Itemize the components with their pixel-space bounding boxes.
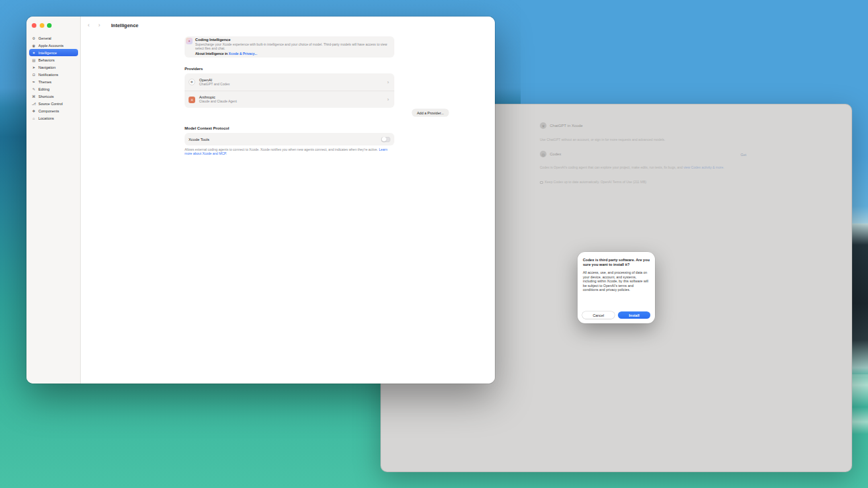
dialog-title: Codex is third party software. Are you s…: [583, 258, 650, 267]
coding-intelligence-description: Supercharge your Xcode experience with b…: [195, 43, 390, 51]
sidebar-item-behaviors[interactable]: ▤Behaviors: [29, 56, 78, 63]
chevron-right-icon: ›: [387, 79, 389, 85]
install-button[interactable]: Install: [618, 311, 650, 319]
providers-section-label: Providers: [185, 67, 203, 71]
sidebar-item-notifications[interactable]: ΩNotifications: [29, 71, 78, 78]
cancel-button[interactable]: Cancel: [582, 311, 615, 319]
keyboard-icon: ⌘: [32, 95, 36, 99]
navigation-icon: ➤: [32, 65, 36, 69]
sparkle-icon: ✦: [32, 51, 36, 55]
provider-text: Anthropic Claude and Claude Agent: [199, 95, 383, 104]
sidebar-item-label: Apple Accounts: [38, 44, 64, 48]
install-codex-dialog: Codex is third party software. Are you s…: [578, 252, 655, 323]
sidebar-item-label: Components: [38, 109, 59, 113]
provider-subtitle: Claude and Claude Agent: [199, 100, 383, 104]
chatgpt-icon: ✳: [540, 122, 546, 129]
provider-row-openai[interactable]: ✳ OpenAI ChatGPT and Codex ›: [185, 73, 394, 91]
codex-description-link[interactable]: view Codex activity & more.: [683, 165, 724, 169]
provider-row-anthropic[interactable]: ✳ Anthropic Claude and Claude Agent ›: [185, 91, 394, 108]
xcode-tools-toggle[interactable]: [381, 137, 390, 142]
behaviors-icon: ▤: [32, 58, 36, 62]
zoom-button[interactable]: [47, 23, 52, 28]
back-icon[interactable]: ‹: [85, 22, 93, 28]
dialog-body: All access, use, and processing of data …: [583, 270, 650, 292]
provider-text: OpenAI ChatGPT and Codex: [199, 78, 383, 87]
sidebar-item-label: Navigation: [38, 65, 56, 69]
sidebar-item-label: Behaviors: [38, 58, 54, 62]
codex-description-text: Codex is OpenAI's coding agent that can …: [540, 165, 683, 169]
sidebar-list: ⚙General ◉Apple Accounts ✦Intelligence ▤…: [29, 34, 78, 122]
codex-title: Codex: [550, 152, 561, 156]
wallpaper-foam: [851, 374, 868, 434]
sidebar-item-label: General: [38, 36, 52, 40]
sidebar-item-navigation[interactable]: ➤Navigation: [29, 63, 78, 71]
sidebar-item-apple-accounts[interactable]: ◉Apple Accounts: [29, 42, 78, 49]
brush-icon: ✒: [32, 80, 36, 84]
account-icon: ◉: [32, 44, 36, 48]
sidebar-item-locations[interactable]: ⌂Locations: [29, 114, 78, 122]
mcp-footnote: Allows external coding agents to connect…: [185, 148, 394, 156]
mcp-section-label: Model Context Protocol: [185, 126, 229, 130]
sidebar-item-label: Shortcuts: [38, 95, 54, 99]
codex-description: Codex is OpenAI's coding agent that can …: [540, 165, 750, 170]
sidebar-item-components[interactable]: ❖Components: [29, 107, 78, 114]
folder-icon: ⌂: [32, 116, 36, 120]
codex-row: ◎ Codex: [540, 151, 561, 157]
bell-icon: Ω: [32, 73, 36, 77]
sidebar-item-general[interactable]: ⚙General: [29, 34, 78, 42]
components-icon: ❖: [32, 109, 36, 113]
xcode-tools-label: Xcode Tools: [189, 138, 381, 142]
sidebar-item-label: Notifications: [38, 73, 58, 77]
window-controls: [32, 23, 52, 28]
anthropic-logo-icon: ✳: [189, 97, 195, 103]
sidebar-item-shortcuts[interactable]: ⌘Shortcuts: [29, 93, 78, 100]
sidebar-item-editing[interactable]: ✎Editing: [29, 85, 78, 93]
xcode-settings-window: ⚙General ◉Apple Accounts ✦Intelligence ▤…: [26, 17, 495, 384]
about-intelligence-link-row: About Intelligence in Xcode & Privacy...: [195, 52, 390, 56]
sidebar-item-label: Editing: [38, 87, 50, 91]
chatgpt-row: ✳ ChatGPT in Xcode: [540, 122, 583, 129]
privacy-link[interactable]: Xcode & Privacy...: [229, 52, 257, 56]
forward-icon[interactable]: ›: [95, 22, 103, 28]
toggle-knob: [382, 137, 386, 142]
chatgpt-title: ChatGPT in Xcode: [550, 124, 583, 128]
xcode-tools-row: Xcode Tools: [185, 133, 394, 145]
wallpaper-rocks: [851, 224, 868, 377]
codex-terms-text: Keep Codex up to date automatically. Ope…: [545, 180, 646, 184]
intelligence-sparkle-icon: ✦: [186, 38, 193, 44]
checkbox-icon[interactable]: [540, 181, 543, 184]
codex-get-button[interactable]: Get: [740, 153, 746, 157]
sidebar-item-intelligence[interactable]: ✦Intelligence: [29, 49, 78, 56]
sidebar-item-label: Intelligence: [38, 51, 57, 55]
pencil-icon: ✎: [32, 87, 36, 91]
sidebar-item-source-control[interactable]: ⎇Source Control: [29, 100, 78, 107]
page-title: Intelligence: [111, 22, 138, 28]
mcp-group: Xcode Tools: [185, 133, 394, 145]
settings-main-pane: ‹ › Intelligence ✦ Coding Intelligence S…: [81, 17, 495, 384]
providers-group: ✳ OpenAI ChatGPT and Codex › ✳ Anthropic…: [185, 73, 394, 108]
dialog-buttons: Cancel Install: [582, 311, 650, 319]
gear-icon: ⚙: [32, 36, 36, 40]
sidebar-item-label: Source Control: [38, 102, 63, 106]
codex-terms-row: Keep Codex up to date automatically. Ope…: [540, 180, 750, 184]
sidebar-item-label: Themes: [38, 80, 52, 84]
close-button[interactable]: [32, 23, 36, 28]
add-provider-button[interactable]: Add a Provider...: [412, 109, 449, 116]
settings-sidebar: ⚙General ◉Apple Accounts ✦Intelligence ▤…: [26, 17, 81, 384]
branch-icon: ⎇: [32, 102, 36, 106]
sidebar-item-themes[interactable]: ✒Themes: [29, 78, 78, 85]
coding-intelligence-card: ✦ Coding Intelligence Supercharge your X…: [185, 36, 394, 58]
about-prefix: About Intelligence in: [195, 52, 228, 56]
codex-icon: ◎: [540, 151, 546, 157]
desktop: ✳ ChatGPT in Xcode Use ChatGPT without a…: [0, 0, 868, 488]
minimize-button[interactable]: [40, 23, 44, 28]
sidebar-item-label: Locations: [38, 116, 54, 120]
coding-intelligence-title: Coding Intelligence: [195, 38, 390, 42]
provider-subtitle: ChatGPT and Codex: [199, 83, 383, 87]
openai-logo-icon: ✳: [189, 79, 195, 85]
chevron-right-icon: ›: [387, 97, 389, 102]
chatgpt-description: Use ChatGPT without an account, or sign …: [540, 138, 750, 142]
